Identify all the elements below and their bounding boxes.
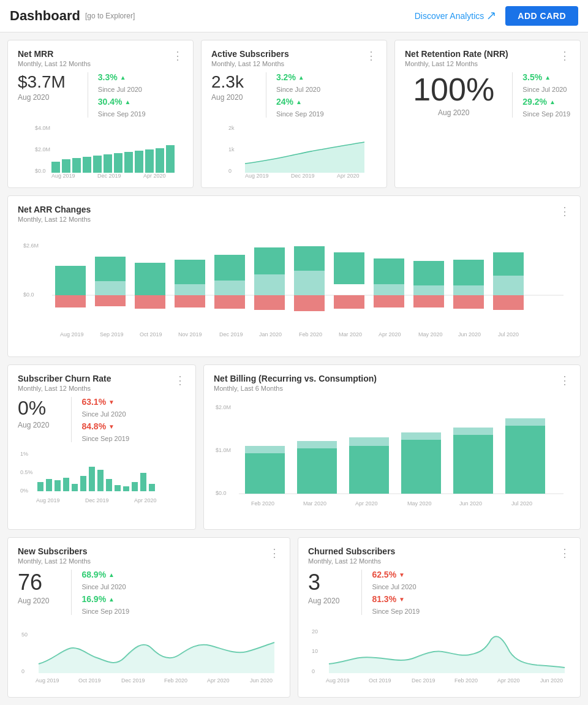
svg-rect-88 — [149, 484, 155, 491]
active-subscribers-chart: 2k 1k 0 Aug 2019 Dec 2019 Apr 2020 — [211, 124, 377, 179]
net-mrr-stat2-label: Since Sep 2019 — [98, 110, 146, 118]
svg-text:Aug 2019: Aug 2019 — [245, 173, 269, 179]
svg-rect-55 — [453, 285, 484, 295]
down-arrow-icon-4: ▼ — [399, 596, 405, 603]
svg-text:Dec 2019: Dec 2019 — [291, 173, 315, 179]
svg-rect-45 — [294, 295, 325, 311]
svg-text:Aug 2019: Aug 2019 — [60, 331, 84, 337]
active-subscribers-subtitle: Monthly, Last 12 Months — [211, 60, 289, 67]
churn-stats: 63.1% ▼ Since Jul 2020 84.8% ▼ Since Sep… — [81, 397, 129, 442]
svg-text:Apr 2020: Apr 2020 — [497, 677, 520, 684]
net-retention-body: 100% Aug 2020 3.5% ▲ Since Jul 2020 29.2… — [405, 72, 570, 118]
explorer-link[interactable]: [go to Explorer] — [85, 12, 135, 20]
new-subscribers-header: New Subscribers Monthly, Last 12 Months … — [18, 546, 280, 565]
net-mrr-stat2: 30.4% ▲ — [98, 97, 146, 107]
svg-rect-78 — [63, 478, 69, 491]
svg-rect-79 — [72, 484, 78, 491]
net-retention-date: Aug 2020 — [405, 108, 502, 117]
churn-stat1-pct: 63.1% — [81, 397, 106, 407]
svg-text:1k: 1k — [228, 146, 235, 153]
active-sub-stat1: 3.2% ▲ — [276, 72, 324, 82]
net-mrr-stat1-pct: 3.3% — [98, 72, 118, 82]
svg-rect-105 — [401, 432, 441, 440]
net-retention-menu[interactable]: ⋮ — [559, 49, 570, 62]
up-arrow-icon-2: ▲ — [125, 99, 131, 105]
svg-rect-47 — [334, 295, 364, 309]
churned-subscribers-menu[interactable]: ⋮ — [559, 546, 570, 560]
svg-text:$2.0M: $2.0M — [216, 404, 231, 410]
active-subscribers-divider — [266, 72, 266, 118]
new-churned-row: New Subscribers Monthly, Last 12 Months … — [7, 537, 581, 698]
net-mrr-metrics: $3.7M Aug 2020 3.3% ▲ Since Jul 2020 30.… — [18, 72, 183, 118]
nrr-stat1: 3.5% ▲ — [522, 72, 570, 82]
svg-text:Dec 2019: Dec 2019 — [219, 331, 243, 337]
churned-sub-stat1: 62.5% ▼ — [372, 570, 420, 579]
svg-text:Feb 2020: Feb 2020 — [251, 500, 274, 507]
net-billing-chart: $2.0M $1.0M $0.0 — [214, 398, 570, 521]
churned-sub-divider — [361, 570, 362, 615]
svg-rect-101 — [505, 426, 545, 494]
svg-rect-40 — [254, 247, 285, 274]
down-arrow-icon-1: ▼ — [108, 399, 115, 405]
net-mrr-title: Net MRR — [18, 49, 91, 59]
svg-text:0: 0 — [21, 668, 24, 674]
svg-text:Jun 2020: Jun 2020 — [458, 331, 481, 337]
discover-analytics-button[interactable]: Discover Analytics — [415, 11, 496, 21]
net-mrr-menu[interactable]: ⋮ — [172, 49, 183, 62]
net-retention-main: 100% Aug 2020 — [405, 72, 502, 118]
arr-changes-row: Net ARR Changes Monthly, Last 12 Months … — [7, 195, 581, 357]
net-retention-subtitle: Monthly, Last 12 Months — [405, 60, 508, 67]
net-billing-header: Net Billing (Recurring vs. Consumption) … — [214, 374, 570, 392]
discover-analytics-label: Discover Analytics — [415, 11, 484, 21]
subscriber-churn-menu[interactable]: ⋮ — [175, 374, 186, 387]
net-arr-menu[interactable]: ⋮ — [559, 205, 570, 218]
nrr-stat2-label: Since Sep 2019 — [522, 110, 570, 118]
svg-text:Apr 2020: Apr 2020 — [134, 497, 157, 503]
svg-rect-33 — [135, 295, 165, 309]
svg-rect-102 — [245, 446, 285, 453]
svg-rect-97 — [297, 448, 337, 494]
svg-rect-28 — [55, 295, 86, 307]
net-mrr-stat2-pct: 30.4% — [98, 97, 123, 107]
svg-text:Jun 2020: Jun 2020 — [459, 500, 482, 507]
up-arrow-icon-6: ▲ — [549, 99, 556, 105]
churn-stat2: 84.8% ▼ — [81, 421, 129, 431]
active-sub-stat1-pct: 3.2% — [276, 72, 296, 82]
up-arrow-icon-5: ▲ — [545, 74, 551, 81]
svg-rect-31 — [95, 295, 126, 306]
svg-text:0: 0 — [312, 668, 315, 674]
churned-subscribers-header: Churned Subscribers Monthly, Last 12 Mon… — [308, 546, 570, 565]
active-subscribers-menu[interactable]: ⋮ — [366, 49, 377, 62]
svg-text:Oct 2019: Oct 2019 — [140, 331, 162, 337]
svg-text:$2.0M: $2.0M — [35, 146, 50, 153]
net-mrr-stats: 3.3% ▲ Since Jul 2020 30.4% ▲ Since Sep … — [98, 72, 146, 118]
up-arrow-icon-7: ▲ — [108, 571, 115, 578]
up-arrow-icon-1: ▲ — [120, 74, 126, 81]
new-sub-stat1-label: Since Jul 2020 — [81, 583, 129, 590]
svg-rect-5 — [72, 158, 81, 173]
svg-text:Aug 2019: Aug 2019 — [36, 677, 59, 684]
add-card-button[interactable]: ADD CARD — [505, 6, 578, 26]
svg-rect-9 — [114, 153, 123, 173]
svg-rect-103 — [297, 441, 337, 448]
nrr-stat2-pct: 29.2% — [522, 97, 547, 107]
down-arrow-icon-2: ▼ — [108, 423, 115, 430]
new-sub-stat2-label: Since Sep 2019 — [81, 608, 129, 615]
net-arr-title: Net ARR Changes — [18, 205, 91, 214]
svg-text:Aug 2019: Aug 2019 — [51, 173, 75, 179]
new-sub-stat2-pct: 16.9% — [81, 594, 106, 604]
svg-rect-80 — [80, 476, 86, 491]
net-mrr-header: Net MRR Monthly, Last 12 Months ⋮ — [18, 49, 183, 67]
net-billing-menu[interactable]: ⋮ — [559, 374, 570, 387]
svg-rect-14 — [166, 145, 175, 173]
new-subscribers-menu[interactable]: ⋮ — [269, 546, 280, 560]
svg-rect-54 — [453, 260, 484, 285]
net-arr-chart: $2.6M $0.0 — [18, 229, 570, 352]
svg-text:Apr 2020: Apr 2020 — [143, 173, 166, 179]
svg-text:50: 50 — [21, 631, 28, 638]
dashboard-body: Net MRR Monthly, Last 12 Months ⋮ $3.7M … — [0, 32, 588, 705]
subscriber-churn-subtitle: Monthly, Last 12 Months — [18, 385, 111, 392]
svg-text:Dec 2019: Dec 2019 — [85, 497, 109, 503]
svg-rect-3 — [51, 162, 60, 173]
churned-sub-stats: 62.5% ▼ Since Jul 2020 81.3% ▼ Since Sep… — [372, 570, 420, 615]
